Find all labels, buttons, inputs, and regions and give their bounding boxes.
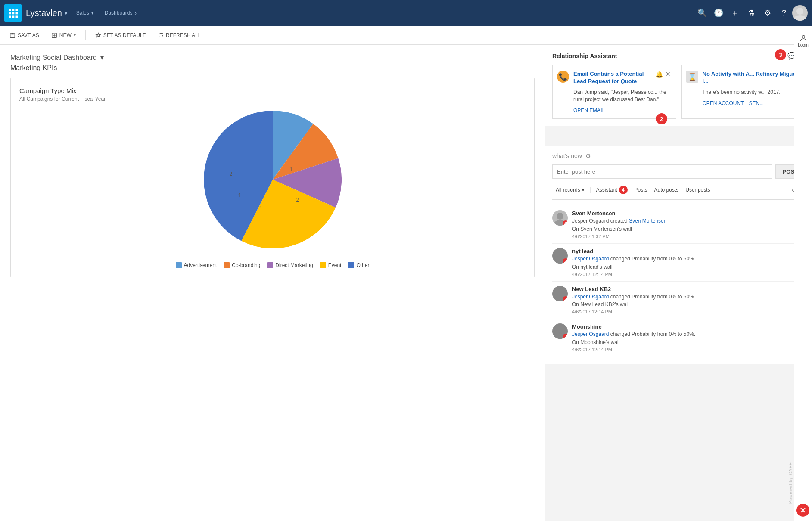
power-by-label: Powered by CAFE [788, 462, 793, 504]
legend-direct-marketing: Direct Marketing [267, 262, 313, 268]
activity-name-2: nyt lead [572, 248, 805, 254]
activity-item: Moonshine Jesper Osgaard changed Probabi… [552, 319, 805, 357]
hourglass-icon: ⌛ [686, 71, 698, 83]
nav-area[interactable]: Dashboards › [105, 9, 137, 16]
activity-desc-1: Jesper Osgaard created Sven Mortensen [572, 217, 805, 225]
left-panel: Marketing Social Dashboard ▾ Marketing K… [0, 45, 545, 521]
svg-rect-4 [12, 12, 15, 15]
app-grid-button[interactable] [4, 4, 22, 22]
toolbar: SAVE AS NEW ▾ SET AS DEFAULT REFRESH ALL… [0, 26, 812, 45]
activity-avatar-4 [552, 323, 568, 339]
legend-other: Other [348, 262, 369, 268]
rel-card-1: 📞 Email Contains a Potential Lead Reques… [552, 65, 676, 119]
history-button[interactable]: 🕐 [710, 5, 727, 21]
login-button[interactable]: Login [796, 45, 811, 48]
relationship-assistant-section: Relationship Assistant 💬 ⊞ 📞 Email Conta… [545, 45, 812, 126]
refresh-button[interactable]: REFRESH ALL [155, 31, 203, 40]
svg-point-16 [557, 213, 563, 220]
legend-dot-advertisement [176, 262, 182, 268]
legend-dot-direct-marketing [267, 262, 273, 268]
badge-3: 3 [775, 49, 786, 60]
filter-dropdown-icon: ▾ [582, 188, 584, 192]
page-title-dropdown-icon[interactable]: ▾ [100, 53, 104, 62]
legend-event: Event [320, 262, 342, 268]
filter-button[interactable]: ⚗ [743, 5, 759, 21]
app-name[interactable]: Lystavlen ▾ [26, 8, 68, 18]
activity-desc-4: Jesper Osgaard changed Probability from … [572, 331, 805, 338]
filter-auto-posts[interactable]: Auto posts [651, 185, 682, 195]
rel-card-2-links: OPEN ACCOUNT SEN... [703, 100, 800, 106]
module-dropdown-icon: ▾ [91, 10, 94, 16]
add-button[interactable]: ＋ [727, 5, 743, 21]
legend-dot-event [320, 262, 326, 268]
activity-desc-2: Jesper Osgaard changed Probability from … [572, 255, 805, 263]
open-account-link[interactable]: OPEN ACCOUNT [703, 100, 744, 106]
rel-card-1-actions: 🔔 ✕ [656, 71, 671, 78]
chart-legend: Advertisement Co-branding Direct Marketi… [176, 255, 370, 268]
legend-advertisement: Advertisement [176, 262, 217, 268]
close-x-button[interactable] [796, 504, 809, 517]
save-as-button[interactable]: SAVE AS [7, 31, 42, 40]
svg-point-10 [794, 15, 806, 21]
new-dropdown-icon[interactable]: ▾ [74, 33, 76, 37]
filter-assistant[interactable]: Assistant 4 [593, 184, 631, 196]
activity-item: Sven Mortensen Jesper Osgaard created Sv… [552, 206, 805, 244]
activity-avatar-2 [552, 248, 568, 264]
whats-new-title: what's new ⚙ [552, 152, 805, 159]
open-email-link[interactable]: OPEN EMAIL [573, 107, 671, 113]
legend-dot-other [348, 262, 354, 268]
send-link[interactable]: SEN... [749, 100, 764, 106]
legend-cobranding: Co-branding [224, 262, 260, 268]
rel-card-2-header: No Activity with A... Refinery Miguel l.… [703, 71, 800, 85]
activity-avatar-3 [552, 286, 568, 301]
close-icon[interactable]: ✕ [666, 71, 671, 78]
rel-card-1-header: Email Contains a Potential Lead Request … [573, 71, 671, 85]
filter-bar: All records ▾ | Assistant 4 Posts Auto p… [552, 184, 805, 200]
whats-new-section: what's new ⚙ POST All records ▾ | Assist… [545, 146, 812, 363]
svg-rect-5 [16, 12, 18, 15]
help-button[interactable]: ? [776, 5, 792, 21]
activity-name-4: Moonshine [572, 323, 805, 330]
page-title: Marketing Social Dashboard ▾ [10, 53, 535, 62]
chart-subtitle: All Campaigns for Current Fiscal Year [19, 96, 526, 102]
svg-rect-8 [16, 16, 18, 18]
svg-rect-1 [12, 9, 15, 11]
rel-card-2: ⌛ No Activity with A... Refinery Miguel … [681, 65, 806, 119]
activity-name-3: New Lead KB2 [572, 286, 805, 292]
svg-point-9 [796, 8, 803, 15]
settings-button[interactable]: ⚙ [759, 5, 776, 21]
filter-all-records[interactable]: All records ▾ [552, 185, 588, 195]
whats-new-settings-icon[interactable]: ⚙ [585, 152, 591, 159]
pie-chart-container: 1 1 1 2 2 Advertisement Co-brandin [19, 111, 526, 268]
alarm-icon[interactable]: 🔔 [656, 71, 663, 78]
area-arrow-icon: › [135, 9, 137, 16]
activity-item: nyt lead Jesper Osgaard changed Probabil… [552, 244, 805, 282]
filter-user-posts[interactable]: User posts [682, 185, 713, 195]
post-area: POST [552, 164, 805, 179]
svg-rect-0 [9, 9, 11, 11]
filter-posts[interactable]: Posts [631, 185, 651, 195]
svg-rect-12 [11, 33, 13, 34]
activity-list: Sven Mortensen Jesper Osgaard created Sv… [552, 206, 805, 357]
search-button[interactable]: 🔍 [694, 5, 710, 21]
svg-rect-3 [9, 12, 11, 15]
svg-rect-7 [12, 16, 15, 18]
badge-4: 4 [619, 186, 628, 194]
new-button[interactable]: NEW ▾ [49, 31, 78, 40]
campaign-chart-card: Campaign Type Mix All Campaigns for Curr… [10, 78, 535, 277]
set-default-button[interactable]: SET AS DEFAULT [93, 31, 148, 40]
nav-module[interactable]: Sales ▾ [76, 10, 94, 16]
svg-point-18 [557, 251, 563, 257]
phone-icon: 📞 [557, 71, 569, 83]
relationship-title: Relationship Assistant 💬 ⊞ [552, 52, 805, 60]
post-input[interactable] [552, 164, 772, 179]
top-navigation: Lystavlen ▾ Sales ▾ Dashboards › 🔍 🕐 ＋ ⚗… [0, 0, 812, 26]
pie-labels: 1 1 1 2 2 [204, 124, 342, 248]
activity-desc-3: Jesper Osgaard changed Probability from … [572, 293, 805, 301]
user-avatar[interactable] [792, 5, 808, 21]
section-title: Marketing KPIs [10, 64, 535, 72]
relationship-cards: 📞 Email Contains a Potential Lead Reques… [552, 65, 805, 119]
svg-rect-2 [16, 9, 18, 11]
svg-rect-6 [9, 16, 11, 18]
app-dropdown-icon[interactable]: ▾ [65, 10, 68, 16]
